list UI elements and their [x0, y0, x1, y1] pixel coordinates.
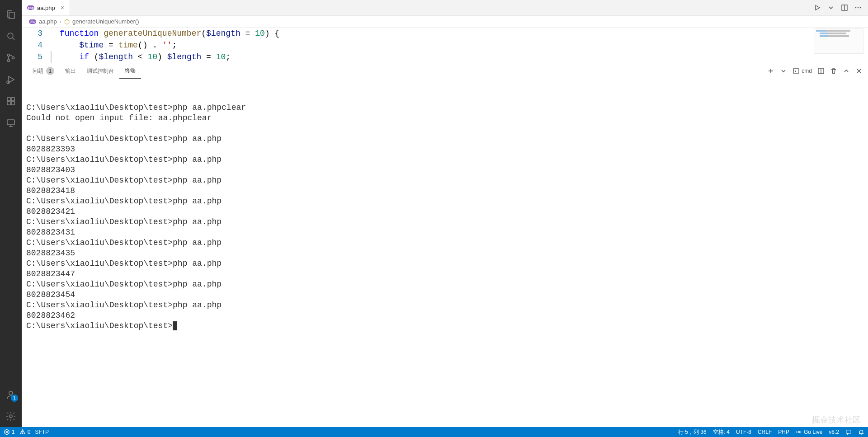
- php-file-icon: php: [29, 19, 36, 24]
- search-icon[interactable]: [0, 25, 22, 47]
- status-line-col[interactable]: 行 5，列 36: [678, 428, 707, 436]
- svg-rect-11: [7, 120, 14, 125]
- split-terminal-icon[interactable]: [817, 67, 825, 75]
- panel-tab-label: 问题: [33, 67, 43, 75]
- close-tab-icon[interactable]: ×: [61, 4, 64, 11]
- editor-tab[interactable]: php aa.php ×: [22, 0, 70, 15]
- svg-point-0: [8, 33, 13, 38]
- panel-actions: cmd: [767, 67, 863, 75]
- terminal-shell-label[interactable]: cmd: [793, 67, 812, 75]
- source-control-icon[interactable]: [0, 47, 22, 69]
- svg-point-12: [9, 391, 13, 395]
- svg-point-18: [858, 7, 859, 9]
- svg-point-2: [8, 54, 10, 56]
- status-spaces[interactable]: 空格: 4: [713, 428, 730, 436]
- tab-actions: [814, 0, 868, 15]
- code-line[interactable]: $time = time() . '';: [51, 39, 868, 51]
- minimap[interactable]: [814, 28, 863, 54]
- svg-rect-10: [11, 102, 14, 105]
- svg-point-31: [22, 433, 23, 433]
- status-eol[interactable]: CRLF: [758, 429, 772, 435]
- code-line[interactable]: if ($length < 10) $length = 10;: [51, 51, 868, 63]
- content-area: php aa.php × php aa: [22, 0, 868, 427]
- svg-point-19: [860, 7, 861, 9]
- svg-point-3: [8, 60, 10, 62]
- more-actions-icon[interactable]: [854, 4, 862, 11]
- panel-tab-label: 输出: [65, 67, 76, 75]
- kill-terminal-icon[interactable]: [830, 67, 837, 75]
- terminal-output[interactable]: C:\Users\xiaoliu\Desktop\test>php aa.php…: [22, 79, 868, 427]
- svg-rect-22: [793, 69, 799, 73]
- panel-tabs: 问题 1 输出 调试控制台 终端: [22, 63, 868, 79]
- account-badge: 1: [11, 395, 18, 402]
- chevron-right-icon: ›: [60, 18, 61, 25]
- svg-point-32: [798, 431, 800, 433]
- run-file-icon[interactable]: [814, 4, 821, 11]
- terminal-dropdown-icon[interactable]: [780, 67, 787, 75]
- extensions-icon[interactable]: [0, 90, 22, 112]
- run-debug-icon[interactable]: [0, 69, 22, 90]
- line-number: 5: [22, 51, 42, 63]
- status-errors[interactable]: 1: [4, 429, 15, 435]
- new-terminal-icon[interactable]: [767, 67, 774, 75]
- breadcrumb-file: aa.php: [39, 18, 57, 25]
- close-panel-icon[interactable]: [855, 67, 863, 75]
- line-number: 4: [22, 39, 42, 51]
- status-bell-icon[interactable]: [858, 429, 864, 435]
- split-editor-icon[interactable]: [841, 4, 848, 11]
- svg-rect-8: [11, 98, 14, 101]
- remote-explorer-icon[interactable]: [0, 112, 22, 134]
- breadcrumb[interactable]: php aa.php › ⬡ generateUniqueNumber(): [22, 16, 868, 28]
- line-number: 3: [22, 28, 42, 39]
- status-golive[interactable]: Go Live: [796, 429, 822, 435]
- svg-line-1: [13, 38, 15, 40]
- tab-filename: aa.php: [37, 5, 55, 11]
- svg-marker-14: [816, 5, 820, 10]
- status-bar: 1 0 SFTP 行 5，列 36 空格: 4 UTF-8 CRLF PHP G…: [0, 427, 868, 437]
- line-gutter: 345: [22, 28, 51, 63]
- main-area: 1 php aa.php ×: [0, 0, 868, 427]
- account-icon[interactable]: 1: [0, 384, 22, 405]
- status-warnings[interactable]: 0: [19, 429, 31, 435]
- status-language[interactable]: PHP: [778, 429, 789, 435]
- tab-bar: php aa.php ×: [22, 0, 868, 16]
- panel-tab-label: 调试控制台: [87, 67, 114, 75]
- panel-tab-problems[interactable]: 问题 1: [27, 63, 60, 79]
- panel-tab-debug[interactable]: 调试控制台: [81, 63, 119, 79]
- php-file-icon: php: [27, 5, 34, 10]
- status-feedback-icon[interactable]: [845, 429, 852, 435]
- svg-rect-9: [7, 102, 10, 105]
- code-line[interactable]: function generateUniqueNumber($length = …: [51, 28, 868, 39]
- svg-point-17: [855, 7, 857, 9]
- activity-bar: 1: [0, 0, 22, 427]
- explorer-icon[interactable]: [0, 4, 22, 25]
- code-editor[interactable]: 345 function generateUniqueNumber($lengt…: [22, 28, 868, 63]
- status-sftp[interactable]: SFTP: [35, 429, 49, 435]
- status-version[interactable]: v8.2: [829, 429, 839, 435]
- problems-count-badge: 1: [46, 67, 54, 75]
- breadcrumb-symbol: generateUniqueNumber(): [72, 18, 139, 25]
- terminal-cursor: [173, 321, 177, 330]
- svg-point-4: [12, 57, 14, 59]
- panel-tab-output[interactable]: 输出: [60, 63, 81, 79]
- svg-point-13: [9, 415, 12, 418]
- svg-rect-7: [7, 98, 10, 101]
- settings-gear-icon[interactable]: [0, 405, 22, 427]
- run-chevron-down-icon[interactable]: [827, 4, 835, 11]
- code-content[interactable]: function generateUniqueNumber($length = …: [51, 28, 868, 63]
- function-symbol-icon: ⬡: [64, 18, 70, 25]
- panel-tab-terminal[interactable]: 终端: [119, 63, 141, 79]
- bottom-panel: 问题 1 输出 调试控制台 终端: [22, 63, 868, 427]
- maximize-panel-icon[interactable]: [843, 67, 850, 75]
- panel-tab-label: 终端: [125, 67, 136, 75]
- status-encoding[interactable]: UTF-8: [736, 429, 751, 435]
